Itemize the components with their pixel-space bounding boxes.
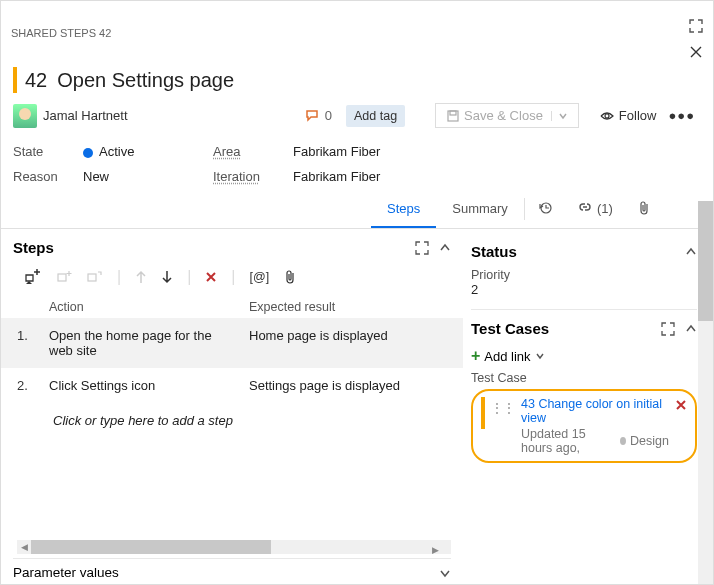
add-step-placeholder[interactable]: Click or type here to add a step — [1, 403, 463, 438]
reason-label: Reason — [13, 169, 83, 184]
status-heading: Status — [471, 243, 517, 260]
iteration-label: Iteration — [213, 169, 293, 184]
steps-collapse-icon[interactable] — [439, 242, 451, 254]
priority-value[interactable]: 2 — [471, 282, 697, 297]
move-up-icon — [135, 270, 147, 284]
scroll-right-icon[interactable]: ▶ — [427, 540, 451, 560]
remove-link-icon[interactable] — [675, 399, 687, 411]
tab-attachments[interactable] — [625, 190, 663, 228]
vertical-scrollbar[interactable] — [698, 201, 713, 584]
delete-step-icon[interactable] — [205, 271, 217, 283]
state-label: State — [13, 144, 83, 159]
svg-rect-4 — [58, 274, 66, 281]
insert-shared-icon — [57, 270, 73, 284]
avatar — [13, 104, 37, 128]
area-value[interactable]: Fabrikam Fiber — [293, 144, 493, 159]
save-close-button[interactable]: Save & Close — [435, 103, 579, 128]
insert-step-icon[interactable] — [25, 269, 43, 285]
tc-state: Design — [630, 434, 669, 448]
chevron-down-icon — [535, 351, 545, 361]
col-action: Action — [49, 300, 249, 314]
discussion-count[interactable]: 0 — [305, 108, 332, 123]
close-icon[interactable] — [689, 45, 703, 59]
expand-icon[interactable] — [689, 19, 703, 33]
reason-value[interactable]: New — [83, 169, 213, 184]
scroll-left-icon[interactable]: ◀ — [17, 540, 31, 554]
linked-test-case[interactable]: ⋮⋮ 43 Change color on initial view Updat… — [471, 389, 697, 463]
insert-shared-2-icon — [87, 270, 103, 284]
state-dot-icon — [620, 437, 626, 445]
svg-rect-1 — [450, 111, 456, 115]
svg-point-2 — [605, 114, 609, 118]
status-collapse-icon[interactable] — [685, 246, 697, 258]
svg-rect-5 — [88, 274, 96, 281]
tab-history[interactable] — [525, 190, 565, 228]
steps-heading: Steps — [13, 239, 54, 256]
steps-expand-icon[interactable] — [415, 241, 429, 255]
attach-icon[interactable] — [283, 269, 297, 285]
step-row[interactable]: 2. Click Settings icon Settings page is … — [1, 368, 463, 403]
follow-button[interactable]: Follow — [599, 108, 657, 123]
header-supertitle: SHARED STEPS 42 — [11, 27, 689, 39]
more-actions-button[interactable]: ●●● — [668, 108, 695, 123]
assigned-to[interactable]: Jamal Hartnett — [43, 108, 128, 123]
tc-collapse-icon[interactable] — [685, 323, 697, 335]
tc-link[interactable]: 43 Change color on initial view — [521, 397, 662, 425]
chevron-down-icon[interactable] — [551, 111, 568, 121]
tc-color-bar — [481, 397, 485, 429]
state-value[interactable]: Active — [83, 144, 213, 159]
type-color-bar — [13, 67, 17, 93]
add-link-button[interactable]: + Add link — [471, 347, 697, 365]
area-label: Area — [213, 144, 293, 159]
parameter-values-heading[interactable]: Parameter values — [13, 565, 119, 580]
test-cases-heading: Test Cases — [471, 320, 549, 337]
horizontal-scrollbar[interactable]: ◀ ▶ — [17, 540, 451, 554]
test-case-label: Test Case — [471, 371, 697, 385]
vscroll-thumb[interactable] — [698, 201, 713, 321]
tc-expand-icon[interactable] — [661, 322, 675, 336]
tab-summary[interactable]: Summary — [436, 190, 524, 228]
plus-icon: + — [471, 347, 480, 365]
tab-steps[interactable]: Steps — [371, 190, 436, 228]
col-expected: Expected result — [249, 300, 429, 314]
add-tag-button[interactable]: Add tag — [346, 105, 405, 127]
move-down-icon[interactable] — [161, 270, 173, 284]
tc-updated: Updated 15 hours ago, — [521, 427, 616, 455]
tab-links[interactable]: (1) — [565, 190, 625, 228]
parameter-icon[interactable]: [@] — [249, 270, 269, 284]
work-item-id: 42 — [25, 69, 47, 92]
param-collapse-icon[interactable] — [439, 567, 451, 579]
drag-handle-icon[interactable]: ⋮⋮ — [491, 401, 515, 415]
work-item-title[interactable]: Open Settings page — [57, 69, 234, 92]
step-row[interactable]: 1. Open the home page for the web site H… — [1, 318, 463, 368]
scroll-thumb[interactable] — [31, 540, 271, 554]
iteration-value[interactable]: Fabrikam Fiber — [293, 169, 493, 184]
priority-label: Priority — [471, 268, 697, 282]
